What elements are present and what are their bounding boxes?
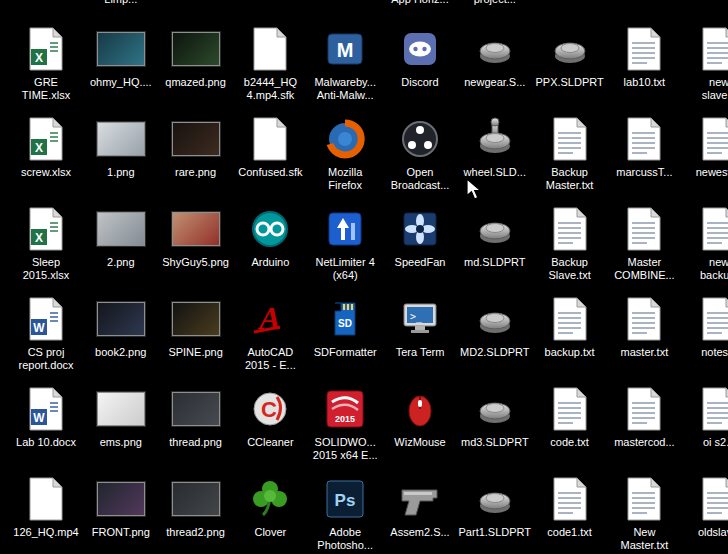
icon-label: Lab 10.docx [16, 436, 76, 449]
desktop: Limp...App Horiz...project...XGRE TIME.x… [0, 0, 728, 554]
desktop-icon-master-combine-txt[interactable]: Master COMBINE... [608, 205, 680, 282]
desktop-icon-backup-master-txt[interactable]: Backup Master.txt [534, 115, 606, 192]
svg-text:X: X [35, 51, 43, 65]
icon-label: NetLimiter 4 (x64) [316, 256, 375, 282]
icon-label: qmazed.png [165, 76, 226, 89]
image-preview [97, 122, 145, 156]
svg-text:2015: 2015 [335, 414, 355, 424]
desktop-icon-ppx-sldprt[interactable]: PPX.SLDPRT [534, 25, 606, 89]
desktop-icon-thread-png[interactable]: thread.png [160, 385, 232, 449]
desktop-icon-master-txt[interactable]: master.txt [608, 295, 680, 359]
desktop-icon-malwarebytes[interactable]: MMalwareby... Anti-Malw... [309, 25, 381, 102]
desktop-icon-thread2-png[interactable]: thread2.png [160, 475, 232, 539]
desktop-icon-assem2[interactable]: Assem2.S... [384, 475, 456, 539]
desktop-icon-sdformatter[interactable]: SDSDFormatter [309, 295, 381, 359]
icon-label: CCleaner [247, 436, 293, 449]
desktop-icon-code1-txt[interactable]: code1.txt [534, 475, 606, 539]
desktop-icon-126-hq-mp4[interactable]: 126_HQ.mp4 [10, 475, 82, 539]
desktop-icon-limp-partial[interactable]: Limp... [85, 0, 157, 6]
desktop-icon-qmazed-png[interactable]: qmazed.png [160, 25, 232, 89]
icon-label: thread2.png [166, 526, 225, 539]
desktop-icon-clover[interactable]: Clover [234, 475, 306, 539]
desktop-icon-confused-sfk[interactable]: Confused.sfk [234, 115, 306, 179]
desktop-icon-discord[interactable]: Discord [384, 25, 456, 89]
image-preview [97, 32, 145, 66]
desktop-icon-gre-time-xlsx[interactable]: XGRE TIME.xlsx [10, 25, 82, 102]
icon-label: new backu... [700, 256, 728, 282]
excel-icon: X [29, 205, 63, 253]
image-icon [97, 115, 145, 163]
image-preview [172, 392, 220, 426]
desktop-icon-lab10-txt[interactable]: lab10.txt [608, 25, 680, 89]
sldprt-icon [471, 475, 519, 523]
image-icon [172, 385, 220, 433]
icon-label: marcussT... [616, 166, 672, 179]
desktop-icon-ohmy-hq-png[interactable]: ohmy_HQ.... [85, 25, 157, 89]
desktop-icon-tera-term[interactable]: >_Tera Term [384, 295, 456, 359]
sldprt-icon [546, 25, 594, 73]
desktop-icon-part1-sldprt[interactable]: Part1.SLDPRT [459, 475, 531, 539]
desktop-icon-md3-sldprt[interactable]: md3.SLDPRT [459, 385, 531, 449]
desktop-icon-lab-10-docx[interactable]: WLab 10.docx [10, 385, 82, 449]
icon-label: thread.png [169, 436, 222, 449]
icon-label: Open Broadcast... [391, 166, 450, 192]
desktop-icon-marcusst-txt[interactable]: marcussT... [608, 115, 680, 179]
icon-label: 126_HQ.mp4 [13, 526, 78, 539]
desktop-icon-speedfan[interactable]: SpeedFan [384, 205, 456, 269]
desktop-icon-b2444-hq-sfk[interactable]: b2444_HQ 4.mp4.sfk [234, 25, 306, 102]
desktop-icon-backup-slave-txt[interactable]: Backup Slave.txt [534, 205, 606, 282]
desktop-icon-md-sldprt[interactable]: md.SLDPRT [459, 205, 531, 269]
desktop-icon-backup-txt[interactable]: backup.txt [534, 295, 606, 359]
desktop-icon-shyguy5-png[interactable]: ShyGuy5.png [160, 205, 232, 269]
icon-label: Discord [401, 76, 438, 89]
desktop-icon-newestr-txt[interactable]: newestr... [683, 115, 728, 179]
firefox-icon [324, 115, 366, 163]
icon-label: book2.png [95, 346, 146, 359]
desktop-icon-notes-txt[interactable]: notes... [683, 295, 728, 359]
desktop-icon-front-png[interactable]: FRONT.png [85, 475, 157, 539]
desktop-icon-wheel-sldprt[interactable]: wheel.SLD... [459, 115, 531, 179]
desktop-icon-screw-xlsx[interactable]: Xscrew.xlsx [10, 115, 82, 179]
desktop-icon-new-slave-txt[interactable]: new slave... [683, 25, 728, 102]
desktop-icon-oldslav-txt[interactable]: oldslav... [683, 475, 728, 539]
desktop-icon-arduino[interactable]: Arduino [234, 205, 306, 269]
desktop-icon-project-partial[interactable]: project... [459, 0, 531, 6]
desktop-icon-ems-png[interactable]: ems.png [85, 385, 157, 449]
desktop-icon-app-horiz-partial[interactable]: App Horiz... [384, 0, 456, 6]
desktop-icon-netlimiter[interactable]: NetLimiter 4 (x64) [309, 205, 381, 282]
mouse-cursor [466, 178, 486, 202]
desktop-icon-mastercod-txt[interactable]: mastercod... [608, 385, 680, 449]
desktop-icon-cs-proj-report-docx[interactable]: WCS proj report.docx [10, 295, 82, 372]
desktop-icon-oi-s2-txt[interactable]: oi s2... [683, 385, 728, 449]
desktop-icon-sleep-2015-xlsx[interactable]: XSleep 2015.xlsx [10, 205, 82, 282]
assem-icon [396, 475, 444, 523]
image-icon [172, 475, 220, 523]
desktop-icon-solidworks-2015[interactable]: 2015SOLIDWO... 2015 x64 E... [309, 385, 381, 462]
desktop-icon-adobe-photoshop[interactable]: PsAdobe Photosho... [309, 475, 381, 552]
desktop-icon-newgear-sldprt[interactable]: newgear.S... [459, 25, 531, 89]
icon-label: GRE TIME.xlsx [22, 76, 70, 102]
desktop-icon-code-txt[interactable]: code.txt [534, 385, 606, 449]
desktop-icon-new-master-txt[interactable]: New Master.txt [608, 475, 680, 552]
desktop-icon-md2-sldprt[interactable]: MD2.SLDPRT [459, 295, 531, 359]
desktop-icon-rare-png[interactable]: rare.png [160, 115, 232, 179]
desktop-icon-new-backu-txt[interactable]: new backu... [683, 205, 728, 282]
icon-label: oi s2... [703, 436, 728, 449]
icon-label: ems.png [100, 436, 142, 449]
desktop-icon-1-png[interactable]: 1.png [85, 115, 157, 179]
desktop-icon-book2-png[interactable]: book2.png [85, 295, 157, 359]
desktop-icon-mozilla-firefox[interactable]: Mozilla Firefox [309, 115, 381, 192]
word-icon: W [29, 385, 63, 433]
desktop-icon-autocad-2015[interactable]: AAutoCAD 2015 - E... [234, 295, 306, 372]
icon-label: Confused.sfk [238, 166, 302, 179]
icon-label: PPX.SLDPRT [535, 76, 603, 89]
txt-icon [627, 25, 661, 73]
desktop-icon-spine-png[interactable]: SPINE.png [160, 295, 232, 359]
desktop-icon-ccleaner[interactable]: CCCleaner [234, 385, 306, 449]
icon-label: SOLIDWO... 2015 x64 E... [313, 436, 378, 462]
desktop-icon-wizmouse[interactable]: WizMouse [384, 385, 456, 449]
svg-text:W: W [33, 321, 45, 335]
desktop-icon-2-png[interactable]: 2.png [85, 205, 157, 269]
icon-label: Adobe Photosho... [317, 526, 373, 552]
desktop-icon-obs[interactable]: Open Broadcast... [384, 115, 456, 192]
